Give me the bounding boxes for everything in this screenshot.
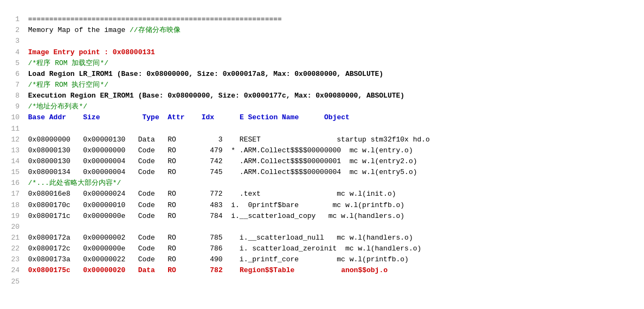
line-number: 4: [4, 47, 20, 58]
code-token: 0x08000130 0x00000000 Code RO 479 * .ARM…: [24, 146, 413, 154]
line-number: 12: [4, 134, 20, 145]
code-line: 16 /*...此处省略大部分内容*/: [4, 178, 640, 189]
line-number: 8: [4, 91, 20, 101]
line-number: 17: [4, 189, 20, 199]
code-line: 20: [4, 222, 640, 233]
code-line: 24 0x0800175c 0x00000020 Data RO 782 Reg…: [4, 265, 640, 276]
line-content: 0x08000000 0x00000130 Data RO 3 RESET st…: [24, 134, 640, 145]
code-token: 0x0800175c: [28, 266, 70, 274]
code-token: /*程序 ROM 加载空间*/: [28, 59, 108, 67]
code-line: 14 0x08000130 0x00000004 Code RO 742 .AR…: [4, 156, 640, 167]
line-content: 0x0800171c 0x0000000e Code RO 784 i.__sc…: [24, 211, 640, 222]
code-token: 0x00000020: [83, 266, 125, 274]
code-token: [24, 92, 28, 100]
line-content: 0x080016e8 0x00000024 Code RO 772 .text …: [24, 189, 640, 199]
code-line: 3: [4, 36, 640, 47]
code-line: 15 0x08000134 0x00000004 Code RO 745 .AR…: [4, 167, 640, 178]
code-line: 13 0x08000130 0x00000000 Code RO 479 * .…: [4, 145, 640, 156]
line-content: Base Addr Size Type Attr Idx E Section N…: [24, 112, 640, 123]
code-token: Base Addr: [28, 113, 66, 121]
code-token: 0x08000130 0x00000004 Code RO 742 .ARM.C…: [24, 157, 417, 165]
line-number: 16: [4, 178, 20, 189]
line-number: 13: [4, 145, 20, 156]
line-content: 0x08000130 0x00000000 Code RO 479 * .ARM…: [24, 145, 640, 156]
code-token: [24, 59, 28, 67]
code-token: [24, 113, 28, 121]
code-token: Load Region LR_IROM1 (Base: 0x08000000, …: [28, 70, 383, 78]
line-number: 3: [4, 36, 20, 47]
code-line: 7 /*程序 ROM 执行空间*/: [4, 80, 640, 91]
code-line: 9 /*地址分布列表*/: [4, 101, 640, 112]
code-line: 4 Image Entry point : 0x08000131: [4, 47, 640, 58]
code-token: Size: [83, 113, 100, 121]
line-number: 1: [4, 14, 20, 25]
line-content: 0x0800172c 0x0000000e Code RO 786 i. sca…: [24, 243, 640, 254]
code-token: [125, 266, 138, 274]
line-number: 2: [4, 25, 20, 36]
code-token: Image Entry point: [28, 48, 100, 56]
code-line: 23 0x0800173a 0x00000022 Code RO 490 i._…: [4, 254, 640, 265]
line-number: 5: [4, 58, 20, 69]
code-token: Region$$Table: [240, 266, 294, 274]
code-line: 22 0x0800172c 0x0000000e Code RO 786 i. …: [4, 243, 640, 254]
code-token: ========================================…: [24, 15, 282, 23]
code-token: [185, 113, 202, 121]
line-content: Execution Region ER_IROM1 (Base: 0x08000…: [24, 91, 640, 101]
code-token: Data: [138, 266, 155, 274]
code-token: Object: [324, 113, 350, 121]
code-token: //存储分布映像: [130, 26, 181, 34]
line-content: /*程序 ROM 加载空间*/: [24, 58, 640, 69]
code-token: [100, 113, 142, 121]
code-token: 0x08000131: [113, 48, 155, 56]
code-token: 782: [210, 266, 222, 274]
line-number: 6: [4, 69, 20, 80]
line-number: 18: [4, 200, 20, 211]
code-token: [299, 113, 324, 121]
line-content: 0x08000130 0x00000004 Code RO 742 .ARM.C…: [24, 156, 640, 167]
code-token: [24, 70, 28, 78]
code-line: 8 Execution Region ER_IROM1 (Base: 0x080…: [4, 91, 640, 101]
code-token: 0x0800171c 0x0000000e Code RO 784 i.__sc…: [24, 212, 404, 220]
line-number: 11: [4, 124, 20, 134]
code-token: RO: [168, 266, 176, 274]
code-token: [24, 179, 28, 187]
code-token: 0x0800172c 0x0000000e Code RO 786 i. sca…: [24, 244, 421, 253]
code-line: 5 /*程序 ROM 加载空间*/: [4, 58, 640, 69]
line-content: Memory Map of the image //存储分布映像: [24, 25, 640, 36]
code-line: 11: [4, 124, 640, 134]
code-token: [24, 266, 28, 274]
code-token: /*...此处省略大部分内容*/: [28, 179, 121, 187]
code-token: [214, 113, 240, 121]
code-line: 17 0x080016e8 0x00000024 Code RO 772 .te…: [4, 189, 640, 199]
code-token: 0x0800172a 0x00000002 Code RO 785 i.__sc…: [24, 234, 413, 242]
line-number: 7: [4, 80, 20, 91]
code-token: Execution Region ER_IROM1 (Base: 0x08000…: [28, 92, 404, 100]
code-line: 25: [4, 276, 640, 287]
line-number: 15: [4, 167, 20, 178]
code-token: [24, 81, 28, 89]
code-line: 21 0x0800172a 0x00000002 Code RO 785 i._…: [4, 233, 640, 243]
line-number: 21: [4, 233, 20, 243]
line-number: 10: [4, 112, 20, 123]
code-line: 18 0x0800170c 0x00000010 Code RO 483 i. …: [4, 200, 640, 211]
code-token: anon$$obj.o: [341, 266, 388, 274]
code-token: [159, 113, 168, 121]
code-token: 0x08000000 0x00000130 Data RO 3 RESET st…: [24, 136, 430, 144]
code-token: [176, 266, 210, 274]
code-token: 0x080016e8 0x00000024 Code RO 772 .text …: [24, 190, 396, 198]
line-content: 0x0800170c 0x00000010 Code RO 483 i. 0pr…: [24, 200, 640, 211]
line-content: 0x0800172a 0x00000002 Code RO 785 i.__sc…: [24, 233, 640, 243]
line-number: 25: [4, 276, 20, 287]
code-token: 0x0800173a 0x00000022 Code RO 490 i._pri…: [24, 255, 409, 263]
code-token: [24, 102, 28, 111]
line-number: 22: [4, 243, 20, 254]
code-line: 1 ======================================…: [4, 14, 640, 25]
line-number: 14: [4, 156, 20, 167]
code-token: [155, 266, 168, 274]
code-line: 6 Load Region LR_IROM1 (Base: 0x08000000…: [4, 69, 640, 80]
code-output: 1 ======================================…: [0, 2, 644, 288]
code-token: [223, 266, 240, 274]
line-content: /*程序 ROM 执行空间*/: [24, 80, 640, 91]
code-line: 19 0x0800171c 0x0000000e Code RO 784 i._…: [4, 211, 640, 222]
line-content: /*...此处省略大部分内容*/: [24, 178, 640, 189]
